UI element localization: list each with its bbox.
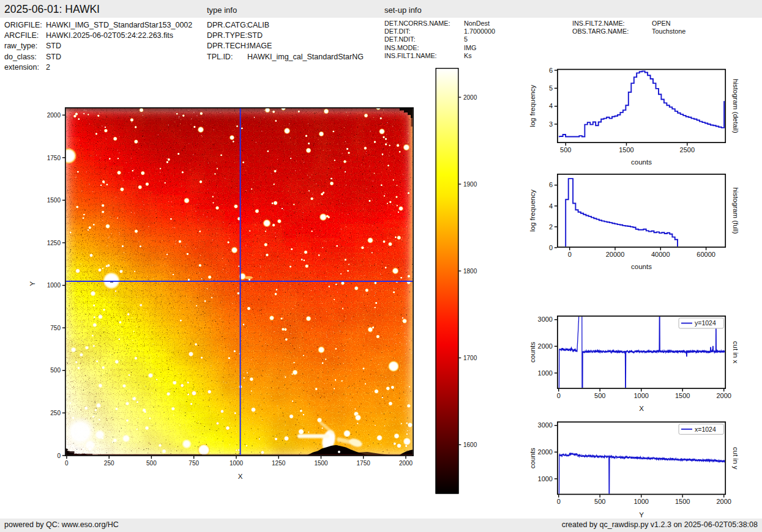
svg-text:1500: 1500 xyxy=(314,460,328,467)
svg-text:0: 0 xyxy=(557,498,561,505)
svg-text:2000: 2000 xyxy=(463,94,477,101)
svg-text:1250: 1250 xyxy=(272,460,286,467)
svg-text:750: 750 xyxy=(189,460,199,467)
svg-text:1250: 1250 xyxy=(47,240,61,246)
svg-text:histogram (detail): histogram (detail) xyxy=(732,79,739,133)
svg-text:2000: 2000 xyxy=(716,392,731,399)
svg-text:x=1024: x=1024 xyxy=(695,426,716,433)
svg-text:2000: 2000 xyxy=(47,112,61,119)
svg-text:1500: 1500 xyxy=(675,392,690,399)
svg-text:5: 5 xyxy=(549,84,553,92)
svg-text:1000: 1000 xyxy=(230,460,244,467)
svg-text:2000: 2000 xyxy=(716,498,731,505)
svg-text:1500: 1500 xyxy=(675,498,690,505)
svg-text:2000: 2000 xyxy=(538,342,553,350)
svg-text:2500: 2500 xyxy=(680,146,695,153)
svg-text:1000: 1000 xyxy=(538,475,553,482)
svg-text:20000: 20000 xyxy=(606,251,625,258)
svg-text:500: 500 xyxy=(594,498,605,505)
svg-text:0: 0 xyxy=(549,244,553,251)
svg-text:1750: 1750 xyxy=(47,155,61,161)
svg-text:1000: 1000 xyxy=(633,392,648,399)
svg-text:0: 0 xyxy=(568,251,572,258)
svg-text:6: 6 xyxy=(549,67,553,74)
svg-text:cut in x: cut in x xyxy=(732,341,739,364)
svg-text:1500: 1500 xyxy=(47,197,61,204)
svg-text:500: 500 xyxy=(50,367,61,374)
svg-text:2000: 2000 xyxy=(538,448,553,456)
svg-text:1000: 1000 xyxy=(538,369,553,377)
svg-text:2000: 2000 xyxy=(399,460,413,467)
svg-text:cut in y: cut in y xyxy=(732,447,739,470)
svg-text:counts: counts xyxy=(631,263,652,270)
svg-text:y=1024: y=1024 xyxy=(695,319,716,327)
svg-text:6: 6 xyxy=(549,181,553,188)
svg-text:counts: counts xyxy=(631,158,652,166)
svg-text:4: 4 xyxy=(549,102,553,109)
svg-text:1800: 1800 xyxy=(463,268,477,275)
svg-text:500: 500 xyxy=(560,146,571,153)
svg-text:40000: 40000 xyxy=(651,251,670,258)
svg-text:500: 500 xyxy=(146,460,157,467)
svg-text:250: 250 xyxy=(50,410,61,416)
svg-text:3000: 3000 xyxy=(538,316,553,323)
svg-text:counts: counts xyxy=(529,342,536,363)
svg-text:250: 250 xyxy=(104,460,114,467)
svg-text:X: X xyxy=(238,473,243,480)
svg-text:Y: Y xyxy=(29,281,36,286)
svg-text:1500: 1500 xyxy=(619,146,633,153)
svg-text:1600: 1600 xyxy=(463,441,477,448)
svg-text:1000: 1000 xyxy=(633,498,648,505)
svg-text:log frequency: log frequency xyxy=(529,85,536,127)
svg-text:2: 2 xyxy=(549,223,553,231)
svg-text:log frequency: log frequency xyxy=(529,190,536,232)
svg-text:1750: 1750 xyxy=(357,460,371,467)
svg-text:500: 500 xyxy=(594,392,605,399)
svg-text:histogram (full): histogram (full) xyxy=(732,187,739,234)
svg-text:counts: counts xyxy=(529,448,536,468)
svg-text:0: 0 xyxy=(57,453,61,459)
svg-text:3000: 3000 xyxy=(538,421,553,429)
svg-text:X: X xyxy=(639,405,644,412)
svg-text:60000: 60000 xyxy=(697,251,715,258)
svg-text:1700: 1700 xyxy=(463,355,477,361)
svg-text:750: 750 xyxy=(50,325,61,331)
svg-text:0: 0 xyxy=(65,460,69,467)
svg-text:0: 0 xyxy=(557,392,561,399)
svg-text:Y: Y xyxy=(639,511,644,519)
svg-text:4: 4 xyxy=(549,202,553,210)
svg-text:1000: 1000 xyxy=(47,282,61,289)
svg-text:3: 3 xyxy=(549,120,553,128)
svg-text:1900: 1900 xyxy=(463,181,477,188)
